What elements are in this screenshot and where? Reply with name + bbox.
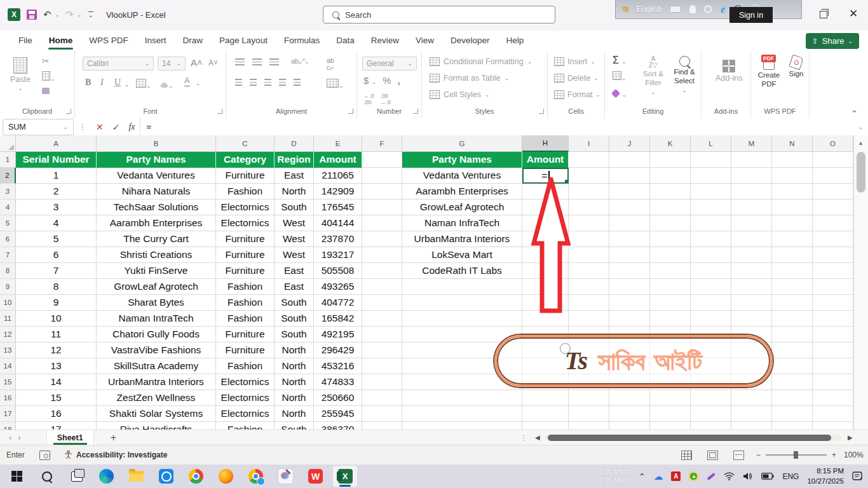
row-header-6[interactable]: 6 [0, 231, 16, 247]
orientation-icon[interactable]: ab⤢⌄ [291, 57, 309, 65]
hidden-icons-chevron[interactable]: ⌃ [639, 472, 645, 481]
cell-N3[interactable] [772, 184, 813, 200]
cell-G1[interactable]: Party Names [402, 152, 522, 168]
row-header-3[interactable]: 3 [0, 184, 16, 200]
row-header-14[interactable]: 14 [0, 358, 16, 374]
cell-K9[interactable] [650, 279, 691, 295]
row-header-1[interactable]: 1 [0, 152, 16, 168]
cell-N1[interactable] [772, 152, 813, 168]
align-bottom-icon[interactable] [269, 58, 279, 65]
antivirus-icon[interactable]: + [689, 471, 698, 481]
cell-J6[interactable] [609, 231, 650, 247]
number-dialog-launcher[interactable] [413, 109, 418, 114]
cell-B15[interactable]: UrbanMantra Interiors [97, 374, 216, 390]
vertical-scroll-thumb[interactable] [857, 152, 865, 193]
autosum-button[interactable]: Σ ⌄ [613, 55, 627, 66]
cell-J7[interactable] [609, 247, 650, 263]
stylus-pen-icon[interactable] [707, 473, 715, 480]
cell-C12[interactable]: Furniture [216, 327, 275, 342]
column-header-e[interactable]: E [314, 135, 362, 152]
cell-B12[interactable]: Chatori Gully Foods [97, 327, 216, 342]
redo-icon[interactable]: ↷ [65, 9, 74, 20]
taskbar-search-icon[interactable] [39, 468, 55, 484]
row-header-2[interactable]: 2 [0, 168, 16, 184]
cell-C1[interactable]: Category [216, 152, 275, 168]
save-icon[interactable] [27, 10, 37, 20]
cell-K2[interactable] [650, 168, 691, 184]
menu-tab-review[interactable]: Review [363, 31, 407, 51]
cell-E12[interactable]: 492195 [314, 327, 362, 342]
cell-C18[interactable]: Fashion [216, 422, 275, 430]
cell-N9[interactable] [772, 279, 813, 295]
cell-N17[interactable] [772, 406, 813, 422]
keyboard-icon[interactable] [670, 6, 681, 13]
cell-D16[interactable]: North [275, 390, 314, 406]
cell-I6[interactable] [569, 231, 609, 247]
fill-button[interactable]: ⌄ [613, 71, 627, 83]
cell-C10[interactable]: Fashion [216, 295, 275, 311]
cell-D13[interactable]: North [275, 342, 314, 358]
cell-mode-indicator[interactable]: Enter [0, 451, 39, 459]
avro-keyboard-icon[interactable]: অ [622, 3, 628, 15]
currency-icon[interactable]: $ ⌄ [363, 75, 376, 86]
cell-J8[interactable] [609, 263, 650, 279]
cell-A7[interactable]: 6 [16, 247, 97, 263]
gear-icon[interactable] [704, 5, 712, 13]
cell-M6[interactable] [731, 231, 772, 247]
cell-I3[interactable] [569, 184, 609, 200]
cell-L4[interactable] [691, 200, 731, 215]
cell-A12[interactable]: 11 [16, 327, 97, 342]
close-window-button[interactable]: ✕ [849, 7, 858, 20]
cell-B10[interactable]: Sharat Bytes [97, 295, 216, 311]
cell-O11[interactable] [813, 311, 853, 327]
cell-O1[interactable] [813, 152, 853, 168]
menu-tab-view[interactable]: View [407, 31, 442, 51]
cell-B8[interactable]: Yukti FinServe [97, 263, 216, 279]
cell-B3[interactable]: Nihara Naturals [97, 184, 216, 200]
cell-O7[interactable] [813, 247, 853, 263]
increase-font-icon[interactable]: A˄ [191, 57, 203, 68]
sort-filter-button[interactable]: AZ▽ Sort & Filter ⌄ [639, 56, 667, 95]
cell-F2[interactable] [362, 168, 402, 184]
cell-I5[interactable] [569, 215, 609, 231]
cell-J17[interactable] [609, 406, 650, 422]
cell-C8[interactable]: Furniture [216, 263, 275, 279]
redo-dropdown-icon[interactable]: ⌄ [78, 12, 82, 18]
cell-G9[interactable] [402, 279, 522, 295]
zoom-percent[interactable]: 100% [844, 451, 864, 459]
ime-mode-icon[interactable] [689, 5, 696, 13]
cell-A18[interactable]: 17 [16, 422, 97, 430]
cell-E16[interactable]: 250660 [314, 390, 362, 406]
cell-B14[interactable]: SkillSutra Academy [97, 358, 216, 374]
column-header-l[interactable]: L [691, 135, 731, 152]
column-header-m[interactable]: M [731, 135, 772, 152]
cell-A10[interactable]: 9 [16, 295, 97, 311]
cell-A14[interactable]: 13 [16, 358, 97, 374]
wrap-text-icon[interactable]: abc⤶ [327, 57, 334, 71]
menu-tab-page-layout[interactable]: Page Layout [211, 31, 276, 51]
cell-G2[interactable]: Vedanta Ventures [402, 168, 522, 184]
font-size-select[interactable]: 14⌄ [158, 57, 186, 71]
cell-F10[interactable] [362, 295, 402, 311]
collapse-ribbon-icon[interactable]: ⌄ [851, 105, 858, 114]
cell-G17[interactable] [402, 406, 522, 422]
cell-O13[interactable] [813, 342, 853, 358]
adobe-icon[interactable]: A [671, 471, 681, 481]
cell-B1[interactable]: Party Names [97, 152, 216, 168]
formula-input[interactable]: = [140, 118, 853, 135]
cell-D15[interactable]: North [275, 374, 314, 390]
row-header-7[interactable]: 7 [0, 247, 16, 263]
cell-J10[interactable] [609, 295, 650, 311]
zoom-slider-thumb[interactable] [794, 451, 798, 459]
cell-A4[interactable]: 3 [16, 200, 97, 215]
cell-B2[interactable]: Vedanta Ventures [97, 168, 216, 184]
menu-tab-file[interactable]: File [10, 31, 41, 51]
underline-dropdown-icon[interactable]: ⌄ [125, 81, 130, 88]
menu-tab-data[interactable]: Data [328, 31, 363, 51]
create-pdf-button[interactable]: PDF Create PDF [755, 56, 783, 89]
cell-C15[interactable]: Electornics [216, 374, 275, 390]
cell-H16[interactable] [522, 390, 569, 406]
cell-D8[interactable]: East [275, 263, 314, 279]
cell-C7[interactable]: Furniture [216, 247, 275, 263]
cell-F3[interactable] [362, 184, 402, 200]
